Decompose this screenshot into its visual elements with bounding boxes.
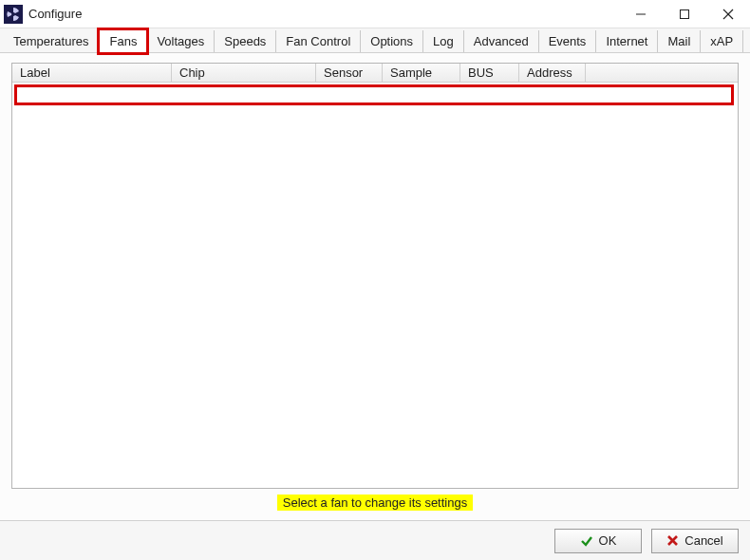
tab-temperatures[interactable]: Temperatures [4, 30, 99, 52]
app-icon [4, 5, 23, 24]
cancel-button[interactable]: Cancel [651, 529, 739, 553]
column-bus[interactable]: BUS [460, 64, 519, 82]
tab-speeds[interactable]: Speeds [215, 30, 276, 52]
tab-voltages[interactable]: Voltages [147, 30, 215, 52]
tab-options[interactable]: Options [361, 30, 423, 52]
tab-log[interactable]: Log [423, 30, 464, 52]
button-bar: OK Cancel [0, 520, 750, 560]
maximize-button[interactable] [663, 0, 706, 28]
column-address[interactable]: Address [519, 64, 586, 82]
fan-list[interactable]: Label Chip Sensor Sample BUS Address [11, 63, 739, 489]
list-body[interactable] [12, 83, 738, 488]
column-sensor[interactable]: Sensor [316, 64, 383, 82]
tab-fan-control[interactable]: Fan Control [276, 30, 361, 52]
check-icon [580, 534, 593, 548]
x-icon [666, 534, 679, 547]
hint-text: Select a fan to change its settings [277, 495, 473, 511]
ok-button[interactable]: OK [554, 529, 642, 553]
ok-label: OK [599, 533, 617, 548]
row-highlight [14, 84, 734, 105]
column-chip[interactable]: Chip [172, 64, 316, 82]
tab-advanced[interactable]: Advanced [464, 30, 539, 52]
minimize-button[interactable] [619, 0, 663, 28]
titlebar: Configure [0, 0, 750, 28]
svg-point-1 [11, 12, 15, 16]
tab-internet[interactable]: Internet [596, 30, 658, 52]
window-title: Configure [28, 7, 619, 21]
cancel-label: Cancel [684, 533, 722, 548]
column-label[interactable]: Label [12, 64, 172, 82]
window-controls [619, 0, 750, 28]
close-button[interactable] [706, 0, 750, 28]
list-header: Label Chip Sensor Sample BUS Address [12, 64, 738, 83]
tabbar: Temperatures Fans Voltages Speeds Fan Co… [0, 28, 750, 53]
tab-events[interactable]: Events [539, 30, 597, 52]
content-pane: Label Chip Sensor Sample BUS Address Sel… [0, 53, 750, 520]
tab-mail[interactable]: Mail [658, 30, 701, 52]
column-sample[interactable]: Sample [383, 64, 460, 82]
tab-fans[interactable]: Fans [99, 29, 147, 53]
hint-wrap: Select a fan to change its settings [11, 489, 739, 514]
svg-rect-3 [681, 9, 689, 18]
tab-xap[interactable]: xAP [701, 30, 743, 52]
